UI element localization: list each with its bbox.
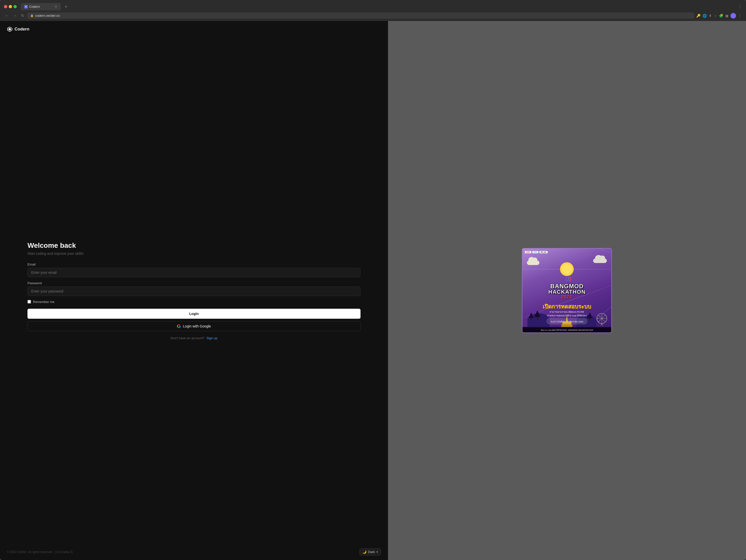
forward-button[interactable]: → (12, 12, 18, 19)
signup-prompt-text: Don't have an account? (170, 336, 204, 340)
banner-sub: สามารถอ่านรายละเอียดและรับรหัส สำหรับการ… (547, 310, 587, 318)
title-bar: ◈ Codern ✕ + ⋮ (0, 0, 746, 10)
login-button[interactable]: Login (27, 309, 361, 319)
google-button-label: Login with Google (183, 324, 211, 328)
hackathon-icon-arrows: 〈/⟩ (539, 276, 594, 283)
traffic-light-green[interactable] (13, 5, 17, 8)
logo-badge-1: BMF (525, 251, 531, 253)
main-thai-text: เปิดการทดสอบระบบ (543, 302, 591, 311)
traffic-lights (4, 5, 17, 8)
address-display[interactable]: 🔒 codern.vectier.co (27, 12, 694, 19)
welcome-subtitle: Start coding and improve your skills! (27, 252, 361, 256)
back-button[interactable]: ← (4, 12, 10, 19)
logo-badge-3: RO.AD (539, 251, 548, 253)
signup-prompt: Don't have an account? Sign up (27, 336, 361, 340)
email-input[interactable] (27, 268, 361, 277)
svg-marker-1 (8, 28, 11, 30)
ferris-wheel (596, 313, 608, 326)
browser-window: ◈ Codern ✕ + ⋮ ← → ↻ 🔒 codern.vectier.co… (0, 0, 746, 560)
version-text: (1.0.0-beta.3) (55, 550, 73, 554)
password-label: Password (27, 281, 361, 285)
remember-me-group: Remember me (27, 300, 361, 304)
new-tab-button[interactable]: + (63, 3, 69, 10)
footer-copyright: © 2022 Vectier. All rights reserved. (1.… (7, 550, 73, 554)
lock-icon: 🔒 (30, 14, 34, 17)
tab-favicon: ◈ (24, 5, 28, 8)
theme-switcher[interactable]: 🌙 Dark ▾ (359, 548, 381, 556)
bangmod-text: BANGMOD (539, 283, 594, 289)
signup-link[interactable]: Sign up (206, 336, 217, 340)
svg-line-8 (601, 323, 602, 325)
copyright-text: © 2022 Vectier. All rights reserved. (7, 550, 53, 554)
logo-badge-2: CPE (533, 251, 538, 253)
email-field-group: Email (27, 263, 361, 277)
banner-footer: ติดตามรายละเอียดได้ที่ FB PAGE : BANGMOD… (522, 328, 611, 332)
banner-logos: BMF CPE RO.AD (525, 251, 547, 253)
extensions-icon[interactable]: 🧩 (719, 14, 723, 18)
hackathon-banner: BMF CPE RO.AD (522, 248, 612, 333)
translate-icon[interactable]: 🌐 (702, 14, 707, 18)
user-avatar[interactable] (730, 13, 736, 19)
password-manager-icon[interactable]: 🔑 (696, 14, 700, 18)
password-field-group: Password (27, 281, 361, 296)
cloud-right (593, 254, 607, 263)
left-panel: Codern Welcome back Start coding and imp… (0, 21, 388, 560)
banner-date: ระหว่างวันที่ 21-22 ธันวาคม 2565 (547, 318, 587, 324)
traffic-light-red[interactable] (4, 5, 7, 8)
welcome-title: Welcome back (27, 241, 361, 249)
svg-line-9 (602, 323, 603, 325)
tree-2 (535, 311, 540, 320)
remember-label: Remember me (33, 300, 54, 304)
logo-icon (7, 27, 12, 32)
hackathon-logo: 〈/⟩ BANGMOD HACKATHON 2023 (539, 276, 594, 299)
remember-checkbox[interactable] (27, 300, 31, 303)
browser-tab[interactable]: ◈ Codern ✕ (21, 3, 61, 10)
google-login-button[interactable]: Login with Google (27, 321, 361, 331)
theme-label: Dark (368, 550, 375, 554)
cloud-left (527, 256, 539, 265)
tree-1 (529, 313, 534, 320)
google-icon (177, 324, 181, 328)
password-input[interactable] (27, 287, 361, 296)
logo-header: Codern (0, 21, 388, 37)
traffic-light-yellow[interactable] (9, 5, 12, 8)
bookmark-icon[interactable]: ☆ (714, 14, 717, 18)
email-label: Email (27, 263, 361, 266)
right-panel: BMF CPE RO.AD (388, 21, 746, 560)
page-footer: © 2022 Vectier. All rights reserved. (1.… (0, 544, 388, 560)
address-bar: ← → ↻ 🔒 codern.vectier.co 🔑 🌐 ⬆ ☆ 🧩 ▣ ⋮ (0, 10, 746, 21)
hackathon-text: HACKATHON (539, 289, 594, 295)
banner-main-thai: เปิดการทดสอบระบบ (543, 302, 591, 311)
banner-footer-text: ติดตามรายละเอียดได้ที่ FB PAGE : BANGMOD… (541, 329, 593, 331)
address-text: codern.vectier.co (35, 14, 60, 18)
tab-close-icon[interactable]: ✕ (55, 5, 57, 8)
share-icon[interactable]: ⬆ (709, 14, 712, 18)
login-form-container: Welcome back Start coding and improve yo… (0, 37, 388, 544)
banner-sun (560, 262, 574, 276)
svg-point-7 (601, 318, 603, 319)
logo-text: Codern (15, 27, 29, 32)
page-content: Codern Welcome back Start coding and imp… (0, 21, 746, 560)
sub-line-2: สำหรับการทดสอบได้ที่ E-mail ที่ใช้สมัคร (547, 314, 587, 318)
tree-3 (587, 312, 593, 321)
browser-menu-button[interactable]: ⋮ (738, 4, 742, 9)
year-text: 2023 (539, 295, 594, 299)
logo: Codern (7, 27, 381, 32)
moon-icon: 🌙 (363, 550, 367, 554)
refresh-button[interactable]: ↻ (20, 12, 25, 19)
sub-line-1: สามารถอ่านรายละเอียดและรับรหัส (547, 310, 587, 314)
chevron-down-icon: ▾ (376, 551, 378, 553)
chrome-menu-button[interactable]: ⋮ (738, 13, 742, 18)
sidebar-icon[interactable]: ▣ (725, 14, 728, 18)
tab-title: Codern (29, 5, 40, 8)
date-text: ระหว่างวันที่ 21-22 ธันวาคม 2565 (551, 321, 583, 323)
